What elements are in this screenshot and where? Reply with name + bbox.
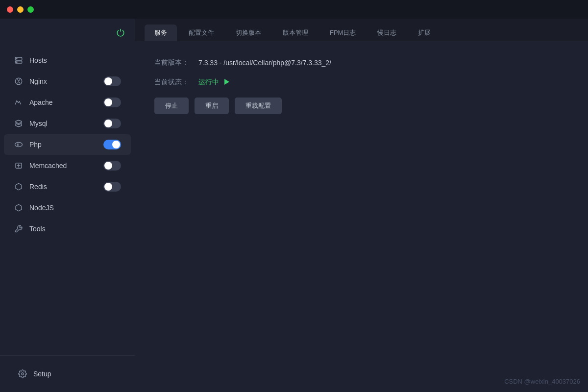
sidebar-item-nginx[interactable]: Nginx — [4, 71, 131, 92]
tab-config[interactable]: 配置文件 — [179, 24, 224, 41]
sidebar-item-php[interactable]: Php — [4, 134, 131, 155]
tabbar: 服务 配置文件 切换版本 版本管理 FPM日志 慢日志 扩展 — [135, 19, 588, 41]
memcached-icon — [14, 161, 24, 171]
sidebar-item-mysql[interactable]: Mysql — [4, 113, 131, 134]
reload-button[interactable]: 重载配置 — [235, 98, 282, 114]
tab-slow-log[interactable]: 慢日志 — [368, 24, 406, 41]
setup-label: Setup — [33, 370, 51, 378]
nginx-icon — [14, 76, 24, 86]
hosts-label: Hosts — [29, 56, 47, 64]
nginx-toggle[interactable] — [103, 76, 121, 86]
power-btn-area — [0, 24, 135, 49]
mysql-icon — [14, 119, 24, 128]
maximize-button[interactable] — [27, 6, 34, 13]
action-buttons: 停止 重启 重载配置 — [154, 98, 568, 114]
version-value: 7.3.33 - /usr/local/Cellar/php@7.3/7.3.3… — [198, 59, 331, 67]
tab-switch[interactable]: 切换版本 — [226, 24, 271, 41]
content-area: 服务 配置文件 切换版本 版本管理 FPM日志 慢日志 扩展 当前版本： 7.3… — [135, 19, 588, 392]
svg-point-2 — [17, 58, 18, 59]
redis-icon — [14, 182, 24, 192]
sidebar-item-apache[interactable]: Apache — [4, 92, 131, 113]
memcached-label: Memcached — [29, 162, 67, 170]
tab-fpm-log[interactable]: FPM日志 — [320, 24, 366, 41]
svg-point-5 — [15, 143, 23, 147]
power-icon[interactable] — [116, 28, 125, 40]
status-label: 当前状态： — [154, 78, 198, 87]
sidebar-item-tools[interactable]: Tools — [4, 219, 131, 239]
tools-label: Tools — [29, 225, 46, 233]
mysql-label: Mysql — [29, 120, 48, 127]
svg-marker-9 — [224, 79, 229, 85]
sidebar-item-setup[interactable]: Setup — [8, 364, 127, 384]
status-value: 运行中 — [198, 78, 230, 87]
hosts-icon — [14, 55, 24, 65]
play-icon — [223, 78, 230, 87]
php-label: Php — [29, 141, 42, 148]
svg-point-3 — [17, 62, 18, 63]
php-toggle[interactable] — [103, 140, 121, 149]
svg-point-8 — [22, 373, 24, 375]
nginx-label: Nginx — [29, 77, 47, 85]
sidebar-item-memcached[interactable]: Memcached — [4, 155, 131, 176]
sidebar-nav: Hosts Nginx — [0, 49, 135, 355]
status-row: 当前状态： 运行中 — [154, 78, 568, 87]
nodejs-icon — [14, 203, 24, 213]
apache-icon — [14, 98, 24, 107]
apache-toggle[interactable] — [103, 98, 121, 107]
stop-button[interactable]: 停止 — [154, 98, 189, 114]
setup-icon — [18, 369, 27, 379]
tools-icon — [14, 224, 24, 234]
sidebar: Hosts Nginx — [0, 19, 135, 392]
redis-toggle[interactable] — [103, 182, 121, 192]
php-icon — [14, 140, 24, 149]
tab-extend[interactable]: 扩展 — [408, 24, 441, 41]
mysql-toggle[interactable] — [103, 119, 121, 128]
sidebar-item-redis[interactable]: Redis — [4, 176, 131, 197]
service-panel: 当前版本： 7.3.33 - /usr/local/Cellar/php@7.3… — [135, 41, 588, 392]
svg-marker-7 — [16, 183, 22, 190]
close-button[interactable] — [7, 6, 13, 13]
sidebar-bottom: Setup — [0, 355, 135, 392]
nodejs-label: NodeJS — [29, 204, 54, 212]
minimize-button[interactable] — [17, 6, 24, 13]
tab-service[interactable]: 服务 — [145, 24, 177, 41]
apache-label: Apache — [29, 98, 52, 106]
sidebar-item-nodejs[interactable]: NodeJS — [4, 197, 131, 218]
restart-button[interactable]: 重启 — [195, 98, 229, 114]
memcached-toggle[interactable] — [103, 161, 121, 171]
version-row: 当前版本： 7.3.33 - /usr/local/Cellar/php@7.3… — [154, 58, 568, 67]
tab-version-mgmt[interactable]: 版本管理 — [273, 24, 318, 41]
sidebar-item-hosts[interactable]: Hosts — [4, 50, 131, 71]
titlebar — [0, 0, 588, 19]
app-body: Hosts Nginx — [0, 19, 588, 392]
redis-label: Redis — [29, 183, 47, 191]
version-label: 当前版本： — [154, 58, 198, 67]
watermark: CSDN @weixin_40037026 — [504, 378, 580, 385]
